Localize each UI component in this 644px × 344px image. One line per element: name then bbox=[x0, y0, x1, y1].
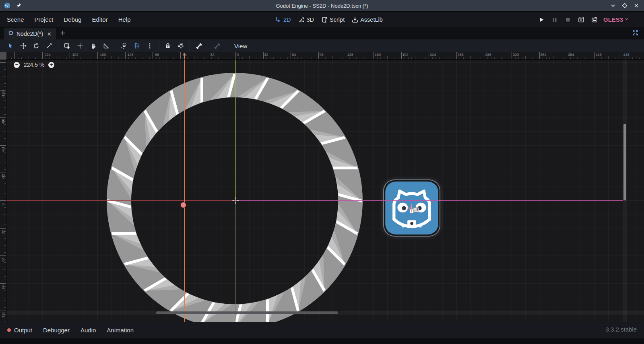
ruler-tick bbox=[4, 100, 6, 101]
grid-snap-button[interactable] bbox=[130, 41, 143, 51]
menu-project[interactable]: Project bbox=[29, 12, 59, 27]
move-tool-icon bbox=[20, 43, 27, 49]
zoom-level-label[interactable]: 224.5 % bbox=[24, 62, 44, 68]
scale-mode-button[interactable] bbox=[43, 41, 56, 51]
workspace-script-button[interactable]: Script bbox=[319, 16, 347, 23]
ruler-tick bbox=[277, 56, 277, 59]
distraction-free-button[interactable] bbox=[632, 30, 638, 36]
vertical-scrollbar-thumb[interactable] bbox=[623, 124, 626, 200]
vertical-ruler[interactable]: -128-96-64-320326496128 bbox=[0, 60, 6, 322]
ruler-corner[interactable] bbox=[0, 52, 6, 60]
tab-close-button[interactable] bbox=[47, 31, 52, 37]
snap-options-icon bbox=[147, 43, 153, 49]
horizontal-scrollbar-thumb[interactable] bbox=[156, 311, 338, 314]
ruler-label: 416 bbox=[596, 53, 602, 57]
scene-tab-node2d[interactable]: Node2D(*) bbox=[4, 28, 56, 39]
window-minimize-button[interactable] bbox=[609, 2, 617, 9]
menu-help[interactable]: Help bbox=[113, 12, 136, 27]
window-chevron-icon bbox=[610, 2, 616, 9]
ruler-tick bbox=[135, 58, 136, 59]
ruler-tick bbox=[211, 58, 212, 59]
move-mode-button[interactable] bbox=[17, 41, 30, 51]
ruler-tick bbox=[450, 58, 450, 59]
ruler-tick bbox=[546, 58, 547, 59]
ruler-tick bbox=[367, 58, 367, 59]
lock-object-button[interactable] bbox=[161, 41, 174, 51]
ruler-tick bbox=[3, 242, 6, 242]
bottom-panel-animation[interactable]: Animation bbox=[107, 327, 134, 334]
play-button[interactable] bbox=[537, 15, 546, 24]
ruler-tick bbox=[4, 276, 6, 277]
window-maximize-button[interactable] bbox=[621, 2, 628, 9]
bottom-panel-debugger[interactable]: Debugger bbox=[43, 327, 70, 334]
ruler-tick bbox=[232, 58, 232, 59]
play-scene-button[interactable] bbox=[577, 15, 586, 24]
list-select-button[interactable] bbox=[61, 41, 74, 51]
ruler-mode-button[interactable] bbox=[99, 41, 112, 51]
select-tool-icon bbox=[7, 43, 14, 49]
view-menu-button[interactable]: View bbox=[232, 43, 250, 49]
bottom-panel-audio[interactable]: Audio bbox=[80, 327, 96, 334]
menu-debug[interactable]: Debug bbox=[58, 12, 87, 27]
skeleton-bone-button[interactable] bbox=[192, 41, 205, 51]
pan-mode-button[interactable] bbox=[87, 41, 99, 51]
bottom-panel-output[interactable]: Output bbox=[7, 327, 32, 334]
skeleton-options-button[interactable] bbox=[211, 41, 223, 51]
ruler-label: 0 bbox=[0, 202, 6, 207]
workspace-3d-button[interactable]: 3D bbox=[296, 16, 316, 23]
guide-handle-dot[interactable] bbox=[181, 202, 186, 208]
ruler-tick bbox=[142, 58, 143, 59]
ruler-tick bbox=[284, 58, 284, 59]
zoom-in-button[interactable]: + bbox=[48, 62, 54, 68]
smart-snap-button[interactable] bbox=[118, 41, 130, 51]
group-object-button[interactable] bbox=[174, 41, 187, 51]
ruler-tick bbox=[146, 58, 146, 59]
group-icon bbox=[178, 43, 184, 49]
play-icon bbox=[538, 16, 545, 23]
ruler-tick bbox=[474, 58, 474, 59]
workspace-assetlib-button[interactable]: AssetLib bbox=[350, 16, 385, 23]
pivot-handle-icon[interactable] bbox=[413, 207, 420, 213]
bottom-panel-label: Debugger bbox=[43, 327, 70, 334]
guide-ruler-tick bbox=[184, 53, 185, 60]
window-close-button[interactable] bbox=[633, 2, 640, 9]
ss2d-ring-shape[interactable] bbox=[6, 60, 644, 322]
snap-options-button[interactable] bbox=[143, 41, 156, 51]
ruler-tick bbox=[508, 58, 508, 59]
ruler-tick bbox=[191, 58, 191, 59]
ruler-tick bbox=[70, 52, 70, 59]
ruler-tick bbox=[605, 58, 605, 59]
menubar-left: SceneProjectDebugEditorHelp bbox=[2, 12, 136, 27]
add-scene-tab-button[interactable] bbox=[60, 30, 66, 36]
menu-scene[interactable]: Scene bbox=[2, 12, 29, 27]
vertical-guide[interactable] bbox=[184, 60, 185, 322]
ruler-tick bbox=[4, 221, 6, 221]
play-custom-scene-button[interactable] bbox=[590, 15, 599, 24]
menu-editor[interactable]: Editor bbox=[87, 12, 113, 27]
stop-button[interactable] bbox=[564, 15, 572, 24]
zoom-controls: − 224.5 % + bbox=[14, 62, 54, 68]
zoom-out-button[interactable]: − bbox=[14, 62, 20, 68]
renderer-dropdown[interactable]: GLES3 bbox=[603, 12, 630, 27]
rotate-mode-button[interactable] bbox=[30, 41, 43, 51]
ruler-tick bbox=[4, 190, 6, 190]
ruler-tick bbox=[0, 228, 6, 229]
select-mode-button[interactable] bbox=[4, 41, 17, 51]
ruler-tick bbox=[491, 58, 491, 59]
ruler-tick bbox=[77, 58, 77, 59]
ruler-tick bbox=[477, 58, 477, 59]
pin-icon[interactable] bbox=[16, 3, 22, 8]
ruler-tick bbox=[242, 58, 243, 59]
ruler-tick bbox=[80, 58, 80, 59]
scene-tab-label: Node2D(*) bbox=[17, 31, 43, 37]
ruler-tick bbox=[425, 58, 426, 59]
horizontal-ruler[interactable]: -224-192-160-128-96-64-32032649612816019… bbox=[6, 52, 644, 60]
titlebar[interactable]: Godot Engine - SS2D - Node2D.tscn (*) bbox=[0, 0, 644, 11]
2d-viewport[interactable]: − 224.5 % + bbox=[6, 60, 644, 322]
workspace-2d-button[interactable]: 2D bbox=[273, 16, 293, 23]
pivot-button[interactable] bbox=[74, 41, 87, 51]
ruler-tick bbox=[360, 56, 360, 59]
ruler-tick bbox=[4, 211, 6, 211]
pause-button[interactable] bbox=[550, 15, 559, 24]
godot-logo-icon bbox=[3, 2, 11, 10]
